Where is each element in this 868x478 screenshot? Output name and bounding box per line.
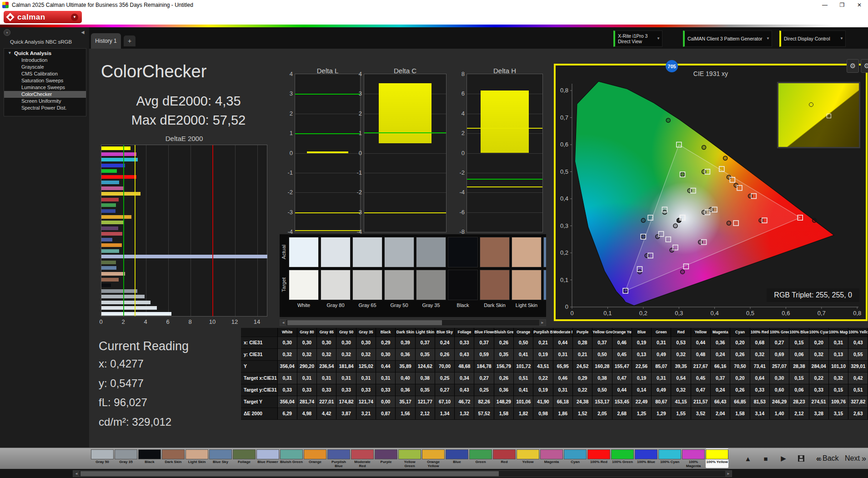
axis-tick-label: 0,3 [675, 310, 683, 317]
calman-menu-button[interactable]: calman ▼ [4, 11, 82, 23]
pattern-green[interactable]: Green [469, 448, 492, 468]
play-button[interactable]: ▶ [777, 452, 790, 465]
pattern-blue-sky[interactable]: Blue Sky [209, 448, 232, 468]
table-cell: 0,35 [494, 348, 513, 360]
sidebar-item-grayscale[interactable]: Grayscale [4, 64, 86, 70]
pattern-magenta[interactable]: Magenta [540, 448, 563, 468]
pattern-bar: Gray 50Gray 35BlackDark SkinLight SkinBl… [91, 448, 729, 468]
table-cell: 109,76 [828, 396, 848, 408]
settings-gear-button[interactable]: ⚙ [847, 59, 859, 73]
pattern-100-red[interactable]: 100% Red [587, 448, 610, 468]
tab-history-1[interactable]: History 1 [91, 33, 121, 49]
pattern-black[interactable]: Black [138, 448, 161, 468]
table-cell: 80,67 [652, 396, 671, 408]
sidebar-item-introduction[interactable]: Introduction [4, 57, 86, 64]
pattern-cyan[interactable]: Cyan [564, 448, 587, 468]
close-button[interactable]: ✕ [851, 0, 868, 10]
pattern-moderate-red[interactable]: Moderate Red [351, 448, 374, 468]
maximize-button[interactable]: ❐ [833, 0, 851, 10]
table-cell: 0,24 [711, 348, 730, 360]
sidebar-item-colorchecker[interactable]: ColorChecker [4, 91, 86, 98]
scroll-right-icon[interactable]: ► [725, 471, 732, 477]
pattern-gray-35[interactable]: Gray 35 [115, 448, 137, 468]
pattern-100-yellow[interactable]: 100% Yellow [706, 448, 728, 468]
meter-status-badge[interactable]: 705 [666, 60, 678, 72]
pattern-blue[interactable]: Blue [446, 448, 468, 468]
axis-tick-label: -4 [456, 189, 465, 196]
actual-swatch-white [289, 237, 319, 267]
swatch-label: Blue Sky [543, 302, 546, 308]
table-cell: 0,32 [809, 348, 828, 360]
row-label: x: CIE31 [241, 337, 277, 348]
table-cell: 66,16 [711, 360, 730, 372]
pattern-generator-selector[interactable]: CalMAN Client 3 Pattern Generator ▼ [683, 30, 772, 47]
swatch-scrollbar[interactable]: ◄ ► [280, 319, 546, 326]
add-tab-button[interactable]: + [124, 35, 135, 46]
scrollbar-thumb[interactable] [80, 471, 499, 476]
scroll-right-icon[interactable]: ► [539, 320, 546, 326]
pattern-purplish-blue[interactable]: Purplish Blue [327, 448, 350, 468]
sidebar-item-saturation-sweeps[interactable]: Saturation Sweeps [4, 77, 86, 84]
axis-tick-label: 0 [284, 150, 293, 156]
color-table: WhiteGray 80Gray 65Gray 50Gray 35BlackDa… [241, 328, 868, 420]
pattern-orange-yellow[interactable]: Orange Yellow [422, 448, 445, 468]
stop-button[interactable]: ■ [759, 452, 773, 465]
pattern-scrollbar[interactable]: ◄ ► [73, 470, 732, 477]
chevron-down-icon[interactable]: ▼ [71, 14, 78, 21]
axis-tick-label: 0,2 [639, 310, 647, 317]
pattern-dark-skin[interactable]: Dark Skin [162, 448, 185, 468]
deltae-bar-100-magenta [101, 152, 136, 156]
minimize-button[interactable]: — [816, 0, 833, 10]
table-cell: 22,49 [632, 396, 651, 408]
table-cell: 0,21 [533, 337, 553, 348]
column-header-gray-80: Gray 80 [297, 328, 316, 337]
sidebar-collapse-icon[interactable]: ◄ [80, 29, 85, 35]
pattern-orange[interactable]: Orange [304, 448, 326, 468]
cie-actual-point [641, 235, 645, 239]
table-cell: 35,89 [396, 360, 415, 372]
back-chevron-icon: « [816, 454, 821, 463]
pattern-100-cyan[interactable]: 100% Cyan [658, 448, 681, 468]
eject-button[interactable]: ▲ [741, 452, 755, 465]
back-button[interactable]: « Back [816, 452, 839, 465]
row-label: ΔE 2000 [241, 408, 277, 419]
pattern-red[interactable]: Red [493, 448, 516, 468]
pattern-blue-flower[interactable]: Blue Flower [256, 448, 279, 468]
sidebar-item-screen-uniformity[interactable]: Screen Uniformity [4, 98, 86, 105]
meter-selector[interactable]: X-Rite i1Pro 3 Direct View ▼ [613, 30, 662, 47]
scroll-left-icon[interactable]: ◄ [280, 320, 286, 326]
table-cell: 0,36 [494, 384, 513, 396]
tree-root-quick-analysis[interactable]: ▾ Quick Analysis [4, 49, 86, 57]
axis-tick-label: 0,4 [711, 310, 719, 317]
sidebar-menu-button[interactable]: • [4, 29, 10, 36]
next-button[interactable]: Next » [845, 452, 866, 465]
scroll-left-icon[interactable]: ◄ [73, 471, 80, 477]
pattern-100-magenta[interactable]: 100% Magenta [682, 448, 705, 468]
workflow-settings-button[interactable]: ⚙ [861, 59, 868, 73]
pattern-100-green[interactable]: 100% Green [611, 448, 634, 468]
table-cell: 0,44 [553, 337, 572, 348]
scrollbar-thumb[interactable] [287, 320, 442, 325]
display-control-selector[interactable]: Direct Display Control ▼ [779, 30, 846, 47]
red-ref-line [212, 145, 213, 316]
sidebar-item-cms-calibration[interactable]: CMS Calibration [4, 70, 86, 77]
table-cell: 0,30 [356, 337, 376, 348]
pattern-100-blue[interactable]: 100% Blue [635, 448, 657, 468]
sidebar-item-luminance-sweeps[interactable]: Luminance Sweeps [4, 84, 86, 91]
pattern-yellow-green[interactable]: Yellow Green [398, 448, 421, 468]
gridline [295, 114, 360, 114]
table-cell: 0,49 [652, 384, 671, 396]
actual-row-label: Actual [281, 237, 287, 267]
table-cell: 1,82 [514, 408, 533, 419]
pattern-gray-50[interactable]: Gray 50 [91, 448, 114, 468]
table-cell: 101,06 [514, 396, 533, 408]
pattern-light-skin[interactable]: Light Skin [186, 448, 208, 468]
pattern-yellow[interactable]: Yellow [517, 448, 539, 468]
column-header-blue-sky: Blue Sky [435, 328, 454, 337]
pattern-purple[interactable]: Purple [375, 448, 397, 468]
pattern-foliage[interactable]: Foliage [233, 448, 256, 468]
save-button[interactable] [794, 452, 808, 465]
pattern-bluish-green[interactable]: Bluish Green [280, 448, 303, 468]
row-label: Target y:CIE31 [241, 384, 277, 396]
sidebar-item-spectral-power-dist-[interactable]: Spectral Power Dist. [4, 105, 86, 111]
